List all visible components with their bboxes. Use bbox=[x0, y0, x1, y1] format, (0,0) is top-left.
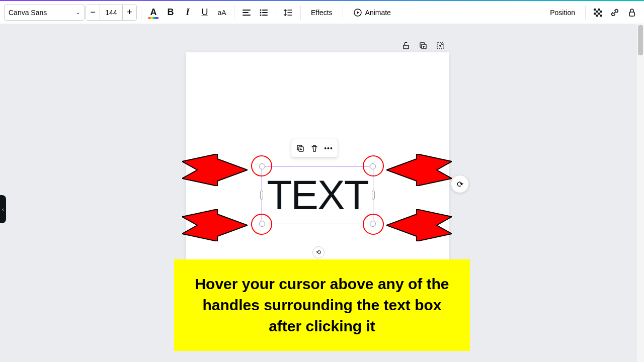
sync-button[interactable]: ⟳ bbox=[451, 175, 469, 193]
page-tools bbox=[401, 41, 446, 51]
selected-text-box[interactable]: TEXT bbox=[262, 166, 373, 224]
rotate-handle[interactable]: ⟲ bbox=[312, 246, 325, 258]
list-icon bbox=[259, 8, 268, 17]
resize-handle-bottom-right[interactable] bbox=[370, 221, 376, 227]
text-color-button[interactable]: A bbox=[145, 5, 162, 21]
italic-button[interactable]: I bbox=[180, 5, 196, 21]
page-add-button[interactable] bbox=[436, 41, 446, 51]
sidebar-expand-tab[interactable]: ‹ bbox=[0, 195, 6, 223]
element-context-toolbar: ••• bbox=[291, 139, 338, 158]
svg-rect-12 bbox=[629, 12, 634, 16]
vertical-scrollbar[interactable] bbox=[637, 24, 644, 362]
canvas-area: ‹ ••• TEXT ⟲ ⟳ bbox=[0, 24, 644, 362]
svg-rect-7 bbox=[600, 11, 602, 13]
position-button[interactable]: Position bbox=[544, 5, 581, 21]
font-family-select[interactable]: Canva Sans ⌄ bbox=[4, 5, 85, 21]
effects-label: Effects bbox=[311, 9, 333, 17]
lock-button[interactable] bbox=[624, 5, 640, 21]
scrollbar-thumb[interactable] bbox=[638, 25, 643, 55]
resize-handle-bottom-left[interactable] bbox=[259, 221, 265, 227]
svg-point-2 bbox=[260, 14, 262, 16]
transparency-button[interactable] bbox=[590, 5, 606, 21]
page-unlock-button[interactable] bbox=[401, 41, 412, 51]
resize-handle-top-left[interactable] bbox=[259, 163, 265, 169]
svg-rect-11 bbox=[600, 15, 602, 17]
page-duplicate-button[interactable] bbox=[419, 41, 429, 51]
bold-button[interactable]: B bbox=[163, 5, 179, 21]
divider bbox=[141, 6, 141, 20]
rainbow-underline-icon bbox=[148, 17, 158, 19]
link-icon bbox=[610, 8, 620, 18]
chevron-down-icon: ⌄ bbox=[76, 10, 80, 15]
text-box-content: TEXT bbox=[267, 171, 368, 219]
divider bbox=[585, 6, 586, 20]
duplicate-button[interactable] bbox=[294, 142, 306, 154]
effects-button[interactable]: Effects bbox=[305, 5, 339, 21]
font-size-increase-button[interactable]: + bbox=[122, 5, 136, 20]
lock-icon bbox=[627, 8, 637, 18]
spacing-icon bbox=[284, 8, 293, 17]
delete-button[interactable] bbox=[308, 142, 320, 154]
resize-handle-left[interactable] bbox=[260, 191, 263, 200]
animate-icon bbox=[353, 8, 362, 17]
svg-rect-6 bbox=[596, 11, 598, 13]
divider bbox=[300, 6, 301, 20]
alignment-button[interactable] bbox=[238, 5, 255, 21]
svg-rect-8 bbox=[594, 13, 596, 15]
spacing-button[interactable] bbox=[280, 5, 296, 21]
font-size-input[interactable] bbox=[100, 9, 122, 17]
toolbar-right: Position bbox=[544, 5, 640, 21]
svg-rect-9 bbox=[598, 13, 600, 15]
more-options-button[interactable]: ••• bbox=[323, 142, 335, 154]
font-size-control: − + bbox=[86, 5, 137, 21]
svg-point-1 bbox=[260, 12, 262, 13]
link-button[interactable] bbox=[607, 5, 623, 21]
svg-rect-10 bbox=[596, 15, 598, 17]
divider bbox=[234, 6, 234, 20]
letter-case-button[interactable]: aA bbox=[214, 5, 230, 21]
svg-rect-4 bbox=[594, 9, 596, 11]
align-icon bbox=[242, 8, 251, 17]
font-name-label: Canva Sans bbox=[9, 9, 47, 17]
instruction-callout: Hover your cursor above any of the handl… bbox=[174, 259, 470, 351]
divider bbox=[343, 6, 343, 20]
transparency-icon bbox=[593, 8, 603, 18]
text-color-a-icon: A bbox=[150, 7, 157, 18]
divider bbox=[276, 6, 276, 20]
svg-rect-5 bbox=[598, 9, 600, 11]
underline-button[interactable]: U bbox=[197, 5, 213, 21]
text-toolbar: Canva Sans ⌄ − + A B I U aA Effects Anim… bbox=[0, 1, 644, 24]
svg-point-0 bbox=[260, 9, 262, 11]
resize-handle-right[interactable] bbox=[372, 191, 375, 200]
list-button[interactable] bbox=[256, 5, 272, 21]
animate-button[interactable]: Animate bbox=[347, 5, 397, 21]
font-size-decrease-button[interactable]: − bbox=[86, 5, 100, 20]
svg-rect-13 bbox=[404, 45, 409, 49]
position-label: Position bbox=[550, 9, 575, 17]
resize-handle-top-right[interactable] bbox=[370, 163, 376, 169]
animate-label: Animate bbox=[365, 9, 391, 17]
